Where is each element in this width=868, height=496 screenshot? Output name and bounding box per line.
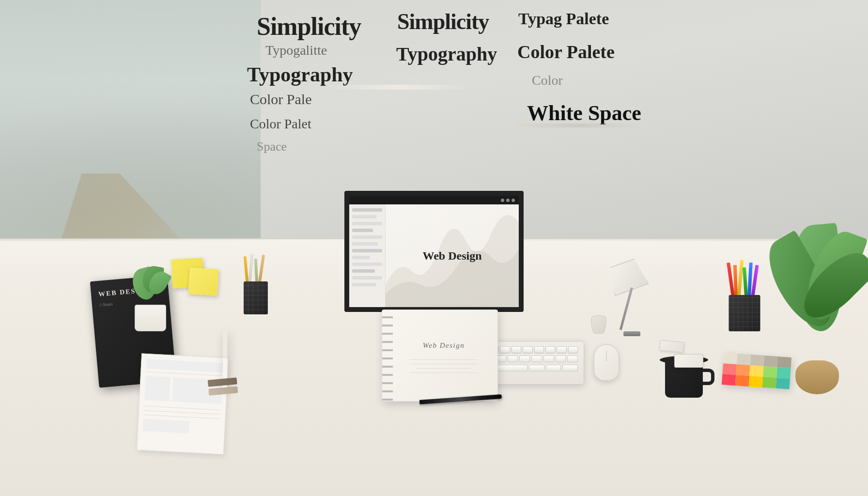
plant-left — [128, 266, 172, 331]
wireframe-line-4 — [143, 415, 220, 419]
shelf-decoration-2 — [518, 124, 639, 127]
screen-main-content: Web Design — [386, 204, 519, 307]
plant-large-right — [778, 225, 856, 394]
pencil-holder-right — [728, 276, 761, 331]
wireframe-line-3 — [144, 410, 220, 415]
wireframe-line-2 — [144, 406, 220, 410]
scene: Simplicity Typogalitte Typography Color … — [0, 0, 868, 496]
wireframe-block-footer — [143, 419, 189, 434]
desk-lamp — [614, 261, 650, 336]
wireframe-paper — [137, 353, 229, 454]
mouse[interactable] — [594, 344, 619, 381]
wireframe-block-header — [146, 359, 223, 372]
pencil-holder-left — [242, 268, 269, 314]
small-cup — [591, 315, 606, 334]
shelf-decoration-1 — [325, 85, 470, 90]
dark-notebook-subtitle: // Notes — [99, 301, 113, 307]
wireframe-block-sidebar — [144, 376, 170, 402]
spiral-notebook: Web Design — [382, 310, 498, 402]
eraser-2 — [659, 340, 684, 353]
color-sticks — [208, 377, 238, 395]
eraser-1 — [674, 354, 703, 368]
sticky-note-2 — [188, 267, 219, 296]
notebook-title: Web Design — [423, 341, 465, 350]
screen-sidebar — [349, 204, 386, 307]
screen-title: Web Design — [422, 249, 481, 263]
desk-surface: WEB DESIGN // Notes — [0, 238, 868, 496]
wireframe-line-1 — [146, 372, 222, 376]
